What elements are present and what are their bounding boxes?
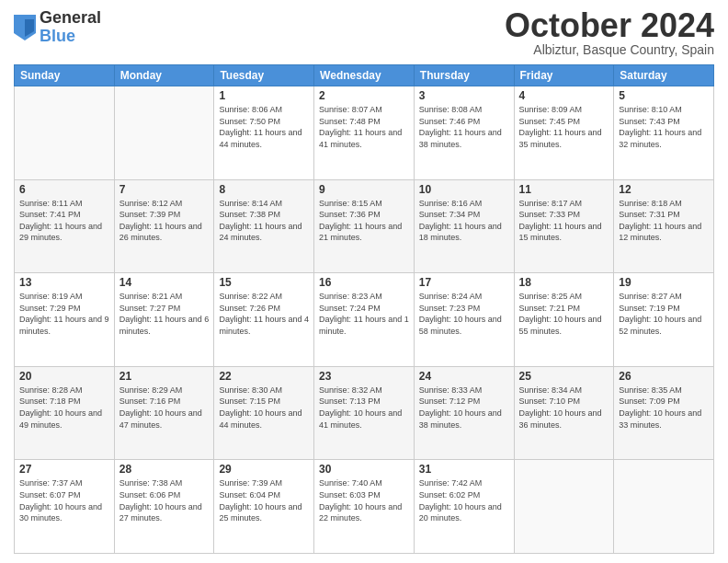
- calendar-cell: [114, 86, 214, 180]
- day-info: Sunrise: 7:38 AM Sunset: 6:06 PM Dayligh…: [119, 477, 210, 523]
- day-number: 21: [119, 370, 210, 383]
- weekday-header-thursday: Thursday: [414, 65, 514, 86]
- calendar-cell: [614, 460, 714, 554]
- calendar-cell: 27Sunrise: 7:37 AM Sunset: 6:07 PM Dayli…: [15, 460, 115, 554]
- calendar-cell: 25Sunrise: 8:34 AM Sunset: 7:10 PM Dayli…: [514, 366, 614, 460]
- logo: General Blue: [14, 9, 101, 46]
- day-number: 10: [419, 183, 509, 196]
- calendar-cell: 19Sunrise: 8:27 AM Sunset: 7:19 PM Dayli…: [614, 273, 714, 367]
- logo-general-text: General: [40, 9, 101, 28]
- day-info: Sunrise: 8:17 AM Sunset: 7:33 PM Dayligh…: [519, 198, 609, 244]
- day-info: Sunrise: 8:14 AM Sunset: 7:38 PM Dayligh…: [219, 198, 309, 244]
- day-info: Sunrise: 7:42 AM Sunset: 6:02 PM Dayligh…: [419, 477, 509, 523]
- day-number: 30: [319, 463, 409, 476]
- day-info: Sunrise: 8:09 AM Sunset: 7:45 PM Dayligh…: [519, 104, 609, 150]
- calendar-cell: 9Sunrise: 8:15 AM Sunset: 7:36 PM Daylig…: [314, 179, 415, 273]
- day-number: 16: [319, 276, 409, 289]
- location-subtitle: Albiztur, Basque Country, Spain: [505, 42, 714, 57]
- calendar-cell: 23Sunrise: 8:32 AM Sunset: 7:13 PM Dayli…: [314, 366, 415, 460]
- day-number: 23: [319, 370, 409, 383]
- day-info: Sunrise: 8:23 AM Sunset: 7:24 PM Dayligh…: [319, 291, 409, 337]
- day-number: 13: [19, 276, 109, 289]
- calendar-cell: 12Sunrise: 8:18 AM Sunset: 7:31 PM Dayli…: [614, 179, 714, 273]
- day-info: Sunrise: 8:33 AM Sunset: 7:12 PM Dayligh…: [419, 385, 509, 431]
- day-info: Sunrise: 7:40 AM Sunset: 6:03 PM Dayligh…: [319, 477, 409, 523]
- day-info: Sunrise: 8:08 AM Sunset: 7:46 PM Dayligh…: [419, 104, 509, 150]
- calendar-cell: 16Sunrise: 8:23 AM Sunset: 7:24 PM Dayli…: [314, 273, 415, 367]
- logo-text: General Blue: [40, 9, 101, 46]
- day-number: 3: [419, 89, 509, 102]
- day-number: 1: [219, 89, 309, 102]
- calendar-cell: [514, 460, 614, 554]
- day-info: Sunrise: 8:22 AM Sunset: 7:26 PM Dayligh…: [219, 291, 309, 337]
- calendar-cell: 24Sunrise: 8:33 AM Sunset: 7:12 PM Dayli…: [414, 366, 514, 460]
- header: General Blue October 2024 Albiztur, Basq…: [14, 9, 714, 57]
- calendar-cell: 17Sunrise: 8:24 AM Sunset: 7:23 PM Dayli…: [414, 273, 514, 367]
- day-number: 11: [519, 183, 609, 196]
- day-number: 4: [519, 89, 609, 102]
- day-number: 15: [219, 276, 309, 289]
- weekday-header-friday: Friday: [514, 65, 614, 86]
- calendar-cell: [15, 86, 115, 180]
- title-block: October 2024 Albiztur, Basque Country, S…: [505, 9, 714, 57]
- calendar-cell: 20Sunrise: 8:28 AM Sunset: 7:18 PM Dayli…: [15, 366, 115, 460]
- calendar-cell: 22Sunrise: 8:30 AM Sunset: 7:15 PM Dayli…: [214, 366, 314, 460]
- weekday-header-monday: Monday: [114, 65, 214, 86]
- day-number: 18: [519, 276, 609, 289]
- calendar-cell: 3Sunrise: 8:08 AM Sunset: 7:46 PM Daylig…: [414, 86, 514, 180]
- day-info: Sunrise: 8:29 AM Sunset: 7:16 PM Dayligh…: [119, 385, 210, 431]
- day-number: 29: [219, 463, 309, 476]
- week-row-4: 20Sunrise: 8:28 AM Sunset: 7:18 PM Dayli…: [15, 366, 714, 460]
- calendar-cell: 6Sunrise: 8:11 AM Sunset: 7:41 PM Daylig…: [15, 179, 115, 273]
- calendar-cell: 8Sunrise: 8:14 AM Sunset: 7:38 PM Daylig…: [214, 179, 314, 273]
- week-row-1: 1Sunrise: 8:06 AM Sunset: 7:50 PM Daylig…: [15, 86, 714, 180]
- calendar-cell: 28Sunrise: 7:38 AM Sunset: 6:06 PM Dayli…: [114, 460, 214, 554]
- day-number: 19: [619, 276, 709, 289]
- day-info: Sunrise: 8:06 AM Sunset: 7:50 PM Dayligh…: [219, 104, 309, 150]
- day-info: Sunrise: 8:34 AM Sunset: 7:10 PM Dayligh…: [519, 385, 609, 431]
- calendar-cell: 15Sunrise: 8:22 AM Sunset: 7:26 PM Dayli…: [214, 273, 314, 367]
- day-info: Sunrise: 8:18 AM Sunset: 7:31 PM Dayligh…: [619, 198, 709, 244]
- day-info: Sunrise: 7:39 AM Sunset: 6:04 PM Dayligh…: [219, 477, 309, 523]
- week-row-2: 6Sunrise: 8:11 AM Sunset: 7:41 PM Daylig…: [15, 179, 714, 273]
- calendar-cell: 10Sunrise: 8:16 AM Sunset: 7:34 PM Dayli…: [414, 179, 514, 273]
- day-info: Sunrise: 8:11 AM Sunset: 7:41 PM Dayligh…: [19, 198, 109, 244]
- day-info: Sunrise: 8:10 AM Sunset: 7:43 PM Dayligh…: [619, 104, 709, 150]
- weekday-header-tuesday: Tuesday: [214, 65, 314, 86]
- weekday-header-wednesday: Wednesday: [314, 65, 415, 86]
- month-title: October 2024: [505, 9, 714, 42]
- day-info: Sunrise: 8:28 AM Sunset: 7:18 PM Dayligh…: [19, 385, 109, 431]
- day-number: 22: [219, 370, 309, 383]
- calendar-table: SundayMondayTuesdayWednesdayThursdayFrid…: [14, 64, 714, 554]
- day-info: Sunrise: 8:30 AM Sunset: 7:15 PM Dayligh…: [219, 385, 309, 431]
- day-info: Sunrise: 8:24 AM Sunset: 7:23 PM Dayligh…: [419, 291, 509, 337]
- day-info: Sunrise: 8:16 AM Sunset: 7:34 PM Dayligh…: [419, 198, 509, 244]
- calendar-cell: 31Sunrise: 7:42 AM Sunset: 6:02 PM Dayli…: [414, 460, 514, 554]
- day-number: 5: [619, 89, 709, 102]
- weekday-header-sunday: Sunday: [15, 65, 115, 86]
- day-number: 2: [319, 89, 409, 102]
- day-info: Sunrise: 8:12 AM Sunset: 7:39 PM Dayligh…: [119, 198, 210, 244]
- day-number: 31: [419, 463, 509, 476]
- week-row-3: 13Sunrise: 8:19 AM Sunset: 7:29 PM Dayli…: [15, 273, 714, 367]
- day-info: Sunrise: 8:21 AM Sunset: 7:27 PM Dayligh…: [119, 291, 210, 337]
- calendar-cell: 29Sunrise: 7:39 AM Sunset: 6:04 PM Dayli…: [214, 460, 314, 554]
- logo-icon: [14, 15, 36, 40]
- calendar-cell: 2Sunrise: 8:07 AM Sunset: 7:48 PM Daylig…: [314, 86, 415, 180]
- calendar-cell: 4Sunrise: 8:09 AM Sunset: 7:45 PM Daylig…: [514, 86, 614, 180]
- calendar-cell: 18Sunrise: 8:25 AM Sunset: 7:21 PM Dayli…: [514, 273, 614, 367]
- day-number: 26: [619, 370, 709, 383]
- calendar-cell: 21Sunrise: 8:29 AM Sunset: 7:16 PM Dayli…: [114, 366, 214, 460]
- day-number: 20: [19, 370, 109, 383]
- day-number: 14: [119, 276, 210, 289]
- day-number: 6: [19, 183, 109, 196]
- day-info: Sunrise: 8:25 AM Sunset: 7:21 PM Dayligh…: [519, 291, 609, 337]
- calendar-cell: 5Sunrise: 8:10 AM Sunset: 7:43 PM Daylig…: [614, 86, 714, 180]
- day-info: Sunrise: 8:27 AM Sunset: 7:19 PM Dayligh…: [619, 291, 709, 337]
- day-info: Sunrise: 7:37 AM Sunset: 6:07 PM Dayligh…: [19, 477, 109, 523]
- page: General Blue October 2024 Albiztur, Basq…: [0, 0, 728, 563]
- weekday-header-saturday: Saturday: [614, 65, 714, 86]
- weekday-header-row: SundayMondayTuesdayWednesdayThursdayFrid…: [15, 65, 714, 86]
- day-number: 8: [219, 183, 309, 196]
- day-number: 9: [319, 183, 409, 196]
